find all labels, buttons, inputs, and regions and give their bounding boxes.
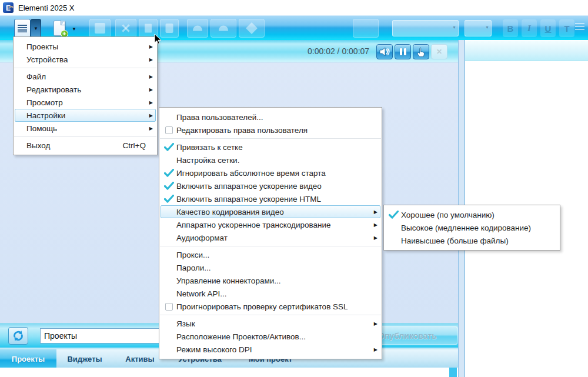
menu-item-language[interactable]: Язык▶ — [161, 317, 380, 330]
menu-separator — [160, 246, 381, 246]
speaker-icon — [379, 47, 390, 56]
font-family-combo — [392, 20, 459, 36]
menu-item-settings[interactable]: Настройки▶ — [15, 109, 156, 122]
submenu-arrow-icon: ▶ — [145, 74, 153, 79]
menu-item-label: Хорошее (по умолчанию) — [401, 211, 558, 219]
paste-button — [160, 19, 179, 38]
main-menu-button[interactable] — [14, 19, 31, 38]
redo-button — [211, 19, 236, 38]
checkbox-unchecked-icon — [161, 126, 176, 134]
menu-item-edit[interactable]: Редактировать▶ — [15, 83, 156, 96]
menu-item-label: Расположение Проектов/Активов... — [176, 332, 380, 341]
menu-item-snap-to-grid[interactable]: Привязать к сетке — [161, 141, 380, 154]
video-quality-submenu: Хорошее (по умолчанию)Высокое (медленнее… — [383, 205, 560, 251]
pause-button[interactable] — [395, 44, 411, 59]
submenu-arrow-icon: ▶ — [145, 44, 153, 49]
check-icon — [161, 143, 176, 151]
menu-item-ignore-ssl[interactable]: Проигнорировать проверку сертификатов SS… — [161, 300, 380, 313]
right-panel-header — [465, 40, 588, 61]
bold-button: B — [503, 19, 518, 37]
checkbox — [165, 303, 173, 311]
menu-item-label: Редактировать — [26, 85, 145, 94]
menu-item-label: Включить аппаратное ускорение HTML — [176, 195, 380, 203]
menu-item-hw-accel-html[interactable]: Включить аппаратное ускорение HTML — [161, 192, 380, 205]
menu-item-label: Права пользователей... — [176, 113, 380, 122]
menu-item-label: Управление коннекторами... — [176, 276, 380, 285]
menu-item-exit[interactable]: ВыходCtrl+Q — [15, 139, 156, 152]
main-menu-dropdown-arrow[interactable]: ▼ — [31, 19, 41, 38]
menu-item-edit-user-rights[interactable]: Редактировать права пользователя — [161, 124, 380, 136]
menu-item-label: Network API... — [176, 289, 380, 298]
submenu-arrow-icon: ▶ — [145, 100, 153, 105]
menu-item-ignore-absolute-start-time[interactable]: Игнорировать абсолютное время старта — [161, 166, 380, 179]
menu-separator — [160, 315, 381, 315]
menu-item-proxy[interactable]: Прокси... — [161, 248, 380, 261]
scrollbar-chip[interactable] — [449, 368, 457, 377]
app-icon-sup: 25 — [9, 3, 13, 12]
volume-button[interactable] — [376, 44, 393, 59]
main-menu: Проекты▶Устройства▶Файл▶Редактировать▶Пр… — [13, 36, 158, 155]
menu-separator — [14, 68, 156, 68]
refresh-icon — [12, 329, 25, 342]
mouse-cursor — [154, 34, 162, 45]
new-document-button[interactable]: + — [51, 19, 68, 37]
menu-item-grid-settings[interactable]: Настройка сетки. — [161, 154, 380, 166]
checkbox — [165, 126, 173, 134]
menu-item-projects-assets-location[interactable]: Расположение Проектов/Активов... — [161, 330, 380, 343]
menu-item-view[interactable]: Просмотр▶ — [15, 96, 156, 109]
menu-item-highest-larger[interactable]: Наивысшее (больше файлы) — [385, 234, 559, 247]
stop-button: ✕ — [431, 44, 447, 59]
menu-item-label: Прокси... — [176, 251, 380, 259]
interact-button[interactable] — [413, 44, 429, 59]
menu-item-label: Проигнорировать проверку сертификатов SS… — [176, 302, 380, 311]
menu-item-passwords[interactable]: Пароли... — [161, 261, 380, 274]
refresh-button[interactable] — [8, 327, 28, 345]
submenu-arrow-icon: ▶ — [369, 235, 377, 241]
submenu-arrow-icon: ▶ — [145, 113, 153, 118]
menu-item-high-dpi-mode[interactable]: Режим высокого DPI▶ — [161, 343, 380, 356]
menu-item-label: Привязать к сетке — [176, 143, 380, 152]
settings-submenu: Права пользователей...Редактировать прав… — [159, 107, 382, 359]
menu-item-label: Включить аппаратное ускорение видео — [176, 182, 380, 191]
app-icon: E 25 — [3, 2, 14, 13]
menu-item-help[interactable]: Помощь▶ — [15, 122, 156, 135]
menu-item-hw-transcoding[interactable]: Аппаратно ускоренное транскодирование▶ — [161, 218, 380, 231]
italic-button: I — [522, 19, 537, 37]
menu-item-shortcut: Ctrl+Q — [123, 141, 146, 150]
menu-item-label: Язык — [176, 319, 369, 328]
check-icon — [161, 169, 176, 177]
menu-separator — [160, 138, 381, 139]
submenu-arrow-icon: ▶ — [369, 209, 377, 215]
new-document-dropdown-arrow[interactable]: ▼ — [72, 26, 76, 32]
menu-item-audio-format[interactable]: Аудиоформат▶ — [161, 231, 380, 244]
submenu-arrow-icon: ▶ — [145, 126, 153, 131]
undo-button — [187, 19, 208, 38]
hamburger-menu-icon — [17, 24, 28, 32]
submenu-arrow-icon: ▶ — [369, 222, 377, 228]
tab-widgets[interactable]: Виджеты — [56, 349, 113, 369]
submenu-arrow-icon: ▶ — [145, 87, 153, 92]
menu-item-hw-accel-video[interactable]: Включить аппаратное ускорение видео — [161, 179, 380, 192]
menu-item-label: Аудиоформат — [176, 233, 369, 242]
menu-item-connector-management[interactable]: Управление коннекторами... — [161, 274, 380, 287]
menu-item-good-default[interactable]: Хорошее (по умолчанию) — [385, 208, 559, 221]
menu-item-projects[interactable]: Проекты▶ — [15, 40, 156, 53]
menu-item-label: Проекты — [26, 42, 145, 51]
pause-icon — [400, 48, 406, 55]
menu-item-label: Аппаратно ускоренное транскодирование — [176, 221, 369, 229]
tab-projects[interactable]: Проекты — [0, 349, 56, 369]
check-icon — [386, 211, 401, 219]
submenu-arrow-icon: ▶ — [145, 57, 153, 62]
menu-item-video-encoding-quality[interactable]: Качество кодирования видео▶ — [161, 205, 380, 218]
menu-item-high-slower[interactable]: Высокое (медленнее кодирование) — [385, 221, 559, 234]
menu-item-file[interactable]: Файл▶ — [15, 70, 156, 83]
menu-item-user-rights[interactable]: Права пользователей... — [161, 111, 380, 124]
title-bar: E 25 Elementi 2025 X — [0, 0, 588, 15]
menu-item-label: Файл — [26, 72, 145, 81]
project-list-area — [0, 368, 458, 377]
menu-item-network-api[interactable]: Network API... — [161, 287, 380, 300]
menu-item-label: Игнорировать абсолютное время старта — [176, 169, 380, 178]
menu-item-devices[interactable]: Устройства▶ — [15, 53, 156, 66]
text-color-button: T — [559, 19, 574, 37]
text-align-icon — [575, 23, 584, 31]
